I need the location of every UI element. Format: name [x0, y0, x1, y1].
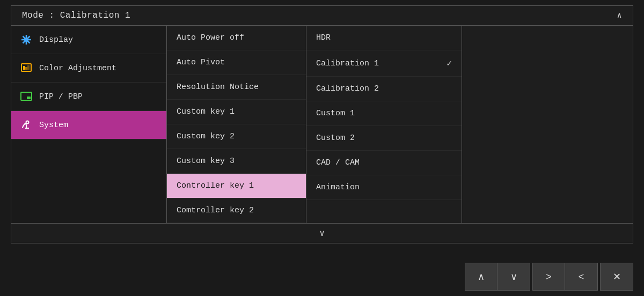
middle-column: Auto Power off Auto Pivot Resolution Not… [167, 26, 306, 223]
calibration-1-check: ✓ [447, 58, 452, 69]
option-calibration-2[interactable]: Calibration 2 [306, 77, 462, 101]
controller-key-1-label: Controller key 1 [177, 181, 254, 190]
sidebar-item-pip-pbp[interactable]: PIP / PBP [11, 83, 166, 111]
option-hdr[interactable]: HDR [306, 26, 462, 50]
option-calibration-1[interactable]: Calibration 1 ✓ [306, 50, 462, 77]
middle-item-comtroller-key-2[interactable]: Comtroller key 2 [167, 198, 306, 223]
animation-label: Animation [316, 183, 360, 192]
custom-1-label: Custom 1 [316, 109, 355, 118]
empty-column [462, 26, 633, 223]
cad-cam-label: CAD / CAM [316, 158, 360, 167]
nav-up-button[interactable]: ∧ [465, 263, 497, 290]
sidebar-display-label: Display [39, 35, 73, 45]
custom-2-label: Custom 2 [316, 134, 355, 143]
display-icon [20, 33, 33, 46]
middle-item-auto-pivot[interactable]: Auto Pivot [167, 50, 306, 75]
auto-pivot-label: Auto Pivot [177, 58, 225, 67]
arrow-down[interactable]: ∨ [319, 228, 325, 239]
middle-item-resolution-notice[interactable]: Resolution Notice [167, 75, 306, 100]
svg-point-11 [26, 121, 29, 124]
nav-close-group: ✕ [600, 263, 633, 291]
bottom-bar: ∨ [11, 223, 633, 243]
calibration-2-label: Calibration 2 [316, 84, 379, 93]
svg-rect-7 [25, 67, 27, 70]
middle-item-custom-key-2[interactable]: Custom key 2 [167, 124, 306, 149]
calibration-1-label: Calibration 1 [316, 59, 379, 68]
sidebar-item-color-adjustment[interactable]: Color Adjustment [11, 54, 166, 83]
pip-icon [20, 90, 33, 103]
resolution-notice-label: Resolution Notice [177, 83, 259, 92]
nav-down-button[interactable]: ∨ [497, 263, 530, 290]
menu-row: Display Color Adjustment [11, 25, 633, 223]
nav-vertical-group: ∧ ∨ [465, 263, 530, 291]
system-icon [20, 119, 33, 131]
sidebar-color-label: Color Adjustment [39, 64, 116, 73]
nav-left-button[interactable]: < [565, 263, 597, 290]
arrow-up[interactable]: ∧ [617, 10, 622, 21]
option-animation[interactable]: Animation [306, 175, 462, 200]
nav-buttons-container: ∧ ∨ > < ✕ [465, 263, 633, 291]
custom-key-3-label: Custom key 3 [177, 157, 235, 166]
color-adjustment-icon [20, 62, 33, 75]
middle-item-custom-key-1[interactable]: Custom key 1 [167, 100, 306, 124]
nav-right-button[interactable]: > [533, 263, 565, 290]
sidebar-item-system[interactable]: System [11, 111, 166, 139]
nav-horizontal-group: > < [532, 263, 598, 291]
svg-rect-8 [27, 65, 30, 70]
custom-key-2-label: Custom key 2 [177, 132, 235, 141]
mode-label: Mode : Calibration 1 [22, 11, 130, 20]
svg-rect-10 [27, 97, 31, 99]
top-bar: Mode : Calibration 1 ∧ [11, 6, 633, 25]
sidebar-item-display[interactable]: Display [11, 26, 166, 54]
hdr-label: HDR [316, 33, 331, 42]
option-custom-1[interactable]: Custom 1 [306, 101, 462, 126]
option-custom-2[interactable]: Custom 2 [306, 126, 462, 151]
right-options-column: HDR Calibration 1 ✓ Calibration 2 Custom… [306, 26, 462, 223]
sidebar-system-label: System [39, 121, 68, 130]
svg-rect-6 [23, 66, 25, 70]
middle-item-controller-key-1[interactable]: Controller key 1 [167, 174, 306, 198]
custom-key-1-label: Custom key 1 [177, 107, 235, 116]
middle-item-auto-power-off[interactable]: Auto Power off [167, 26, 306, 50]
main-container: Mode : Calibration 1 ∧ Display [11, 5, 633, 243]
comtroller-key-2-label: Comtroller key 2 [177, 206, 254, 215]
middle-item-custom-key-3[interactable]: Custom key 3 [167, 149, 306, 174]
nav-close-button[interactable]: ✕ [601, 263, 633, 290]
sidebar-pip-label: PIP / PBP [39, 92, 83, 101]
sidebar-column: Display Color Adjustment [11, 26, 167, 223]
option-cad-cam[interactable]: CAD / CAM [306, 151, 462, 175]
auto-power-off-label: Auto Power off [177, 33, 244, 42]
